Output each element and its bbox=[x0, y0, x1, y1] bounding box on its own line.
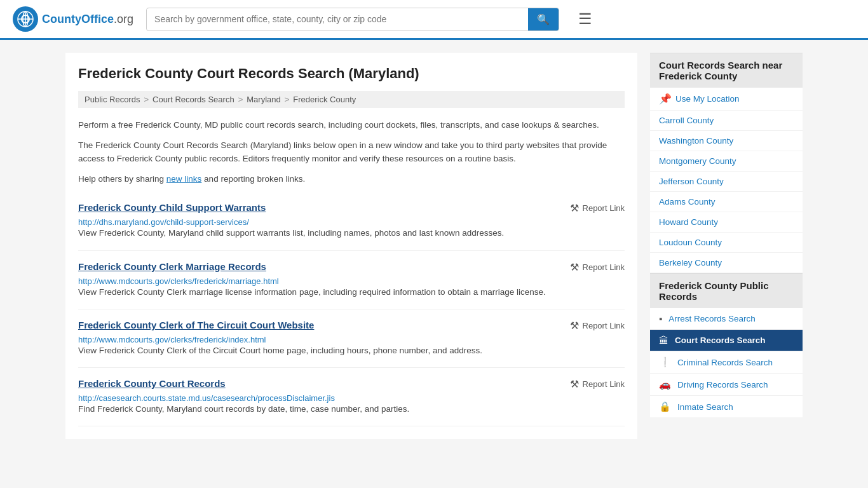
results-container: Frederick County Child Support Warrants … bbox=[78, 192, 625, 426]
logo-text: CountyOffice.org bbox=[42, 13, 133, 26]
site-logo[interactable]: CountyOffice.org bbox=[13, 6, 133, 32]
nearby-county-link-1[interactable]: Washington County bbox=[659, 136, 733, 146]
pub-icon-1: 🏛 bbox=[659, 335, 668, 346]
sidebar-nearby-county-5[interactable]: Howard County bbox=[650, 212, 803, 233]
site-header: CountyOffice.org 🔍 ☰ bbox=[0, 0, 868, 40]
pub-icon-3: 🚗 bbox=[659, 379, 671, 390]
result-desc-2: View Frederick County Clerk of the Circu… bbox=[78, 344, 625, 357]
sidebar-pub-item-3[interactable]: 🚗 Driving Records Search bbox=[650, 374, 803, 396]
pub-link-2[interactable]: Criminal Records Search bbox=[677, 358, 773, 367]
sidebar-nearby-county-2[interactable]: Montgomery County bbox=[650, 151, 803, 172]
page-title: Frederick County Court Records Search (M… bbox=[78, 65, 625, 82]
breadcrumb: Public Records > Court Records Search > … bbox=[78, 91, 625, 108]
report-link-icon-2: ⚒ bbox=[570, 320, 579, 332]
sidebar-nearby-county-4[interactable]: Adams County bbox=[650, 192, 803, 212]
breadcrumb-frederick-county[interactable]: Frederick County bbox=[293, 95, 356, 104]
sidebar-pub-item-0[interactable]: ▪ Arrest Records Search bbox=[650, 308, 803, 330]
result-desc-3: Find Frederick County, Maryland court re… bbox=[78, 403, 625, 416]
search-bar: 🔍 bbox=[146, 8, 559, 31]
nearby-county-link-4[interactable]: Adams County bbox=[659, 197, 715, 207]
new-links-link[interactable]: new links bbox=[166, 174, 202, 184]
result-desc-0: View Frederick County, Maryland child su… bbox=[78, 227, 625, 240]
main-container: Frederick County Court Records Search (M… bbox=[53, 40, 815, 452]
sidebar-pub-item-1[interactable]: 🏛 Court Records Search bbox=[650, 330, 803, 351]
breadcrumb-court-records-search[interactable]: Court Records Search bbox=[153, 95, 234, 104]
nearby-counties-list: Carroll CountyWashington CountyMontgomer… bbox=[650, 111, 803, 273]
result-item: Frederick County Child Support Warrants … bbox=[78, 192, 625, 250]
result-title-1[interactable]: Frederick County Clerk Marriage Records bbox=[78, 261, 266, 272]
location-icon: 📌 bbox=[659, 93, 672, 105]
nearby-section: Court Records Search near Frederick Coun… bbox=[650, 53, 803, 273]
pub-link-1[interactable]: Court Records Search bbox=[675, 336, 766, 345]
content-area: Frederick County Court Records Search (M… bbox=[65, 53, 637, 439]
report-link-label-3: Report Link bbox=[583, 379, 625, 389]
pub-icon-4: 🔒 bbox=[659, 401, 671, 412]
nearby-county-link-6[interactable]: Loudoun County bbox=[659, 238, 722, 247]
use-my-location[interactable]: 📌 Use My Location bbox=[650, 88, 803, 111]
breadcrumb-sep-1: > bbox=[144, 95, 149, 104]
report-link-0[interactable]: ⚒ Report Link bbox=[570, 202, 625, 214]
report-link-icon-0: ⚒ bbox=[570, 202, 579, 214]
report-link-icon-3: ⚒ bbox=[570, 378, 579, 390]
result-desc-1: View Frederick County Clerk marriage lic… bbox=[78, 286, 625, 299]
sidebar-pub-item-4[interactable]: 🔒 Inmate Search bbox=[650, 396, 803, 418]
result-item: Frederick County Court Records ⚒ Report … bbox=[78, 368, 625, 426]
pub-icon-0: ▪ bbox=[659, 313, 662, 324]
nearby-county-link-7[interactable]: Berkeley County bbox=[659, 258, 722, 268]
result-item: Frederick County Clerk Marriage Records … bbox=[78, 251, 625, 309]
nearby-county-link-3[interactable]: Jefferson County bbox=[659, 177, 724, 186]
sidebar-nearby-county-1[interactable]: Washington County bbox=[650, 131, 803, 151]
report-link-label-2: Report Link bbox=[583, 321, 625, 330]
result-header-3: Frederick County Court Records ⚒ Report … bbox=[78, 378, 625, 390]
report-link-label-0: Report Link bbox=[583, 203, 625, 213]
result-url-3[interactable]: http://casesearch.courts.state.md.us/cas… bbox=[78, 393, 335, 403]
sidebar-pub-item-2[interactable]: ❕ Criminal Records Search bbox=[650, 351, 803, 374]
result-title-3[interactable]: Frederick County Court Records bbox=[78, 378, 226, 389]
sidebar-nearby-county-0[interactable]: Carroll County bbox=[650, 111, 803, 131]
sidebar-nearby-county-6[interactable]: Loudoun County bbox=[650, 233, 803, 253]
hamburger-menu-icon[interactable]: ☰ bbox=[578, 10, 592, 28]
logo-icon bbox=[13, 6, 38, 32]
pub-icon-2: ❕ bbox=[659, 356, 671, 368]
public-records-section: Frederick County Public Records ▪ Arrest… bbox=[650, 273, 803, 418]
public-records-list: ▪ Arrest Records Search 🏛 Court Records … bbox=[650, 308, 803, 418]
sidebar-nearby-county-7[interactable]: Berkeley County bbox=[650, 253, 803, 273]
result-header-1: Frederick County Clerk Marriage Records … bbox=[78, 261, 625, 273]
breadcrumb-public-records[interactable]: Public Records bbox=[85, 95, 140, 104]
use-my-location-link[interactable]: Use My Location bbox=[675, 94, 740, 104]
result-title-0[interactable]: Frederick County Child Support Warrants bbox=[78, 202, 266, 213]
sidebar: Court Records Search near Frederick Coun… bbox=[650, 53, 803, 439]
report-link-1[interactable]: ⚒ Report Link bbox=[570, 261, 625, 273]
public-records-header: Frederick County Public Records bbox=[650, 273, 803, 308]
sidebar-nearby-county-3[interactable]: Jefferson County bbox=[650, 172, 803, 192]
result-header-0: Frederick County Child Support Warrants … bbox=[78, 202, 625, 214]
nearby-county-link-2[interactable]: Montgomery County bbox=[659, 156, 736, 166]
search-input[interactable] bbox=[147, 9, 528, 29]
result-url-0[interactable]: http://dhs.maryland.gov/child-support-se… bbox=[78, 217, 249, 227]
description-3: Help others by sharing new links and rep… bbox=[78, 172, 625, 186]
nearby-header: Court Records Search near Frederick Coun… bbox=[650, 53, 803, 88]
result-url-1[interactable]: http://www.mdcourts.gov/clerks/frederick… bbox=[78, 276, 279, 286]
search-button[interactable]: 🔍 bbox=[528, 8, 559, 30]
nearby-county-link-5[interactable]: Howard County bbox=[659, 217, 718, 227]
nearby-county-link-0[interactable]: Carroll County bbox=[659, 116, 714, 125]
pub-link-4[interactable]: Inmate Search bbox=[677, 402, 733, 412]
result-url-2[interactable]: http://www.mdcourts.gov/clerks/frederick… bbox=[78, 335, 266, 344]
result-title-2[interactable]: Frederick County Clerk of The Circuit Co… bbox=[78, 320, 314, 330]
report-link-icon-1: ⚒ bbox=[570, 261, 579, 273]
result-header-2: Frederick County Clerk of The Circuit Co… bbox=[78, 320, 625, 332]
pub-link-3[interactable]: Driving Records Search bbox=[677, 380, 768, 390]
result-item: Frederick County Clerk of The Circuit Co… bbox=[78, 309, 625, 368]
report-link-2[interactable]: ⚒ Report Link bbox=[570, 320, 625, 332]
breadcrumb-maryland[interactable]: Maryland bbox=[247, 95, 280, 104]
breadcrumb-sep-3: > bbox=[285, 95, 290, 104]
description-1: Perform a free Frederick County, MD publ… bbox=[78, 118, 625, 132]
report-link-label-1: Report Link bbox=[583, 262, 625, 272]
report-link-3[interactable]: ⚒ Report Link bbox=[570, 378, 625, 390]
breadcrumb-sep-2: > bbox=[238, 95, 243, 104]
pub-link-0[interactable]: Arrest Records Search bbox=[668, 314, 756, 323]
description-2: The Frederick County Court Records Searc… bbox=[78, 139, 625, 166]
